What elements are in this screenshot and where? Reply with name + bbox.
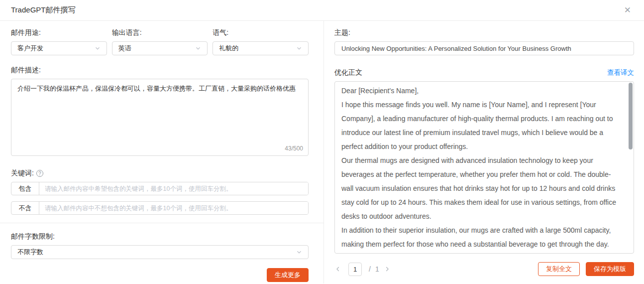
- email-paragraph: Dear [Recipient's Name],: [341, 84, 621, 98]
- exclude-keywords-field: 不含: [11, 201, 309, 215]
- chevron-down-icon: [195, 45, 201, 51]
- purpose-field: 邮件用途: 客户开发: [11, 28, 107, 55]
- include-keywords-input[interactable]: [39, 182, 308, 195]
- modal-content: 邮件用途: 客户开发 输出语言: 英语 语气: 礼貌的: [0, 21, 644, 284]
- next-page-icon[interactable]: [384, 266, 391, 273]
- keywords-label: 关键词:: [11, 169, 34, 178]
- subject-input[interactable]: [334, 41, 634, 55]
- view-translation-link[interactable]: 查看译文: [607, 68, 634, 77]
- scrollbar-thumb[interactable]: [629, 83, 633, 149]
- email-body[interactable]: Dear [Recipient's Name],I hope this mess…: [334, 81, 634, 254]
- language-select[interactable]: 英语: [112, 41, 208, 55]
- select-row: 邮件用途: 客户开发 输出语言: 英语 语气: 礼貌的: [11, 28, 309, 55]
- word-limit-select[interactable]: 不限字数: [11, 245, 309, 259]
- char-counter: 43/500: [285, 145, 303, 152]
- result-footer: 1 / 1 复制全文 保存为模版: [334, 262, 634, 276]
- language-label: 输出语言:: [112, 28, 208, 37]
- tone-select-value: 礼貌的: [219, 44, 238, 53]
- generate-button-row: 生成更多: [11, 268, 309, 282]
- purpose-label: 邮件用途:: [11, 28, 107, 37]
- result-actions: 复制全文 保存为模版: [538, 262, 634, 276]
- page-separator: /: [369, 265, 371, 273]
- word-limit-label: 邮件字数限制:: [11, 232, 309, 241]
- result-panel: 主题: 优化正文 查看译文 Dear [Recipient's Name],I …: [324, 21, 644, 284]
- purpose-select[interactable]: 客户开发: [11, 41, 107, 55]
- description-field: 介绍一下我的保温杯产品，保温保冷都可以，容量大方便携带。工厂直销，大量采购的话价…: [11, 79, 309, 156]
- email-paragraph: In addition to their superior insulation…: [341, 223, 621, 254]
- email-paragraph: I hope this message finds you well. My n…: [341, 98, 621, 153]
- description-section: 邮件描述: 介绍一下我的保温杯产品，保温保冷都可以，容量大方便携带。工厂直销，大…: [11, 66, 309, 156]
- current-page-input[interactable]: 1: [348, 263, 362, 276]
- chevron-down-icon: [296, 45, 302, 51]
- pagination: 1 / 1: [334, 263, 391, 276]
- help-icon[interactable]: ?: [36, 170, 43, 177]
- chevron-down-icon: [95, 45, 101, 51]
- compose-form-panel: 邮件用途: 客户开发 输出语言: 英语 语气: 礼貌的: [0, 21, 324, 284]
- optimized-body-label: 优化正文: [334, 68, 362, 77]
- close-icon[interactable]: ✕: [622, 5, 633, 15]
- include-keywords-field: 包含: [11, 182, 309, 195]
- email-body-text: Dear [Recipient's Name],I hope this mess…: [341, 84, 621, 254]
- exclude-keywords-input[interactable]: [39, 202, 308, 214]
- exclude-label: 不含: [11, 202, 39, 214]
- include-label: 包含: [11, 182, 39, 195]
- save-as-template-button[interactable]: 保存为模版: [586, 262, 634, 276]
- copy-full-text-button[interactable]: 复制全文: [538, 262, 580, 276]
- modal-header: TradeGPT邮件撰写 ✕: [0, 0, 644, 21]
- keywords-header: 关键词: ?: [11, 169, 309, 178]
- word-limit-section: 邮件字数限制: 不限字数: [11, 232, 309, 259]
- description-textarea[interactable]: 介绍一下我的保温杯产品，保温保冷都可以，容量大方便携带。工厂直销，大量采购的话价…: [11, 79, 308, 139]
- tone-field: 语气: 礼貌的: [213, 28, 309, 55]
- modal-title: TradeGPT邮件撰写: [11, 5, 75, 15]
- body-header: 优化正文 查看译文: [334, 68, 634, 77]
- section-divider: [0, 223, 323, 223]
- word-limit-select-value: 不限字数: [17, 248, 43, 257]
- generate-more-button[interactable]: 生成更多: [267, 268, 309, 282]
- subject-label: 主题:: [334, 28, 634, 37]
- language-field: 输出语言: 英语: [112, 28, 208, 55]
- chevron-down-icon: [296, 249, 302, 255]
- purpose-select-value: 客户开发: [17, 44, 43, 53]
- language-select-value: 英语: [118, 44, 131, 53]
- description-label: 邮件描述:: [11, 66, 309, 75]
- tone-select[interactable]: 礼貌的: [213, 41, 309, 55]
- total-pages: 1: [375, 265, 379, 273]
- email-paragraph: Our thermal mugs are designed with advan…: [341, 153, 621, 223]
- prev-page-icon[interactable]: [334, 266, 341, 273]
- tone-label: 语气:: [213, 28, 309, 37]
- tradegpt-email-compose-modal: TradeGPT邮件撰写 ✕ 邮件用途: 客户开发 输出语言: 英语: [0, 0, 644, 284]
